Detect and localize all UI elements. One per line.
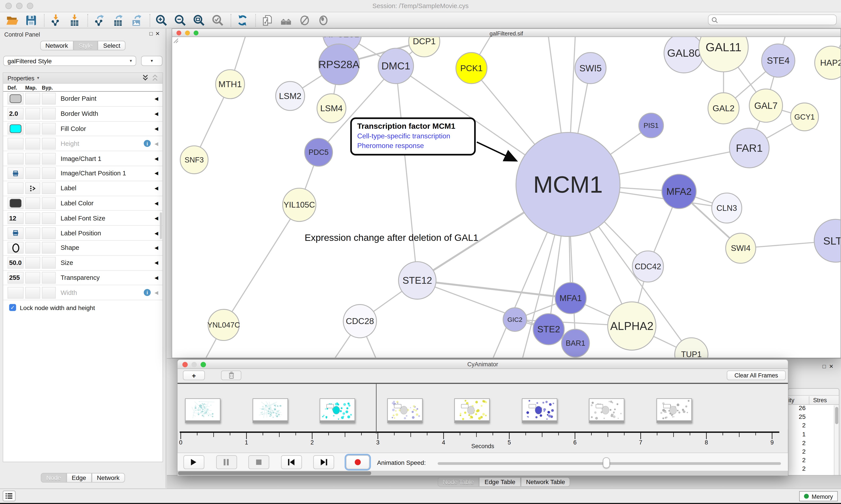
bypass-cell[interactable] [42,227,56,239]
default-value-cell[interactable] [7,197,23,209]
expand-row-icon[interactable]: ◀ [155,290,158,295]
tab-network[interactable]: Network [40,41,73,50]
cyanimator-titlebar[interactable]: CyAnimator [178,360,788,369]
expand-row-icon[interactable]: ◀ [155,171,158,176]
property-row-width[interactable]: Widthi◀ [3,286,162,300]
playhead[interactable] [376,384,377,434]
default-value-cell[interactable] [7,152,23,164]
dock-tab-edge-table[interactable]: Edge Table [479,477,521,487]
default-value-cell[interactable] [7,167,23,179]
style-selector[interactable]: galFiltered Style ▾ [3,56,136,66]
close-table-panel-icon[interactable]: ✕ [829,363,837,370]
float-panel-icon[interactable]: □ [149,31,155,37]
search-input[interactable] [718,17,836,23]
mapping-cell[interactable] [25,227,40,239]
table-row[interactable]: 26 [788,405,834,414]
default-value-cell[interactable] [7,182,23,194]
bypass-cell[interactable] [42,93,56,105]
table-row[interactable]: 2 [788,466,834,474]
export-network-icon[interactable] [92,13,106,27]
tab-select[interactable]: Select [98,41,126,50]
default-value-cell[interactable]: 2.0 [7,108,23,120]
network-node-ste2[interactable]: STE2 [533,314,564,345]
mapping-cell[interactable] [25,287,40,299]
properties-header[interactable]: Properties [7,75,34,81]
mapping-cell[interactable] [25,138,40,149]
import-table-icon[interactable] [68,13,82,27]
network-node-gal7[interactable]: GAL7 [749,89,783,122]
play-button[interactable] [183,455,204,469]
property-row-shape[interactable]: Shape◀ [3,241,162,256]
mapping-cell[interactable] [25,197,40,209]
annotation-link[interactable]: Pheromone response [357,141,469,150]
network-node-dcp1[interactable]: DCP1 [409,37,440,57]
network-node-dmc1[interactable]: DMC1 [378,48,414,84]
network-node-mfa2[interactable]: MFA2 [662,174,696,209]
network-node-lsm2[interactable]: LSM2 [276,82,305,110]
skip-end-button[interactable] [314,455,335,469]
resize-grip[interactable] [172,37,179,43]
mapping-cell[interactable] [25,123,40,134]
properties-scrollbar[interactable] [160,212,162,239]
default-value-cell[interactable] [7,93,23,105]
mapping-cell[interactable] [25,272,40,284]
browser-tab-node[interactable]: Node [41,473,66,483]
bypass-cell[interactable] [42,197,56,209]
save-icon[interactable] [24,13,38,27]
property-row-fill-color[interactable]: Fill Color◀ [3,122,162,137]
animation-frame-0[interactable] [185,398,220,423]
bypass-cell[interactable] [42,272,56,284]
default-value-cell[interactable]: 12 [7,212,23,224]
mapping-cell[interactable] [25,93,40,105]
clone-document-icon[interactable] [260,13,274,27]
network-node-ste4[interactable]: STE4 [762,44,795,77]
property-row-label-font-size[interactable]: 12Label Font Size◀ [3,211,162,226]
info-icon[interactable]: i [144,289,151,296]
table-row[interactable]: 2 [788,422,834,431]
network-node-hap2[interactable]: HAP2 [815,46,841,79]
show-panels-button[interactable] [3,491,16,501]
stop-button[interactable] [248,455,269,469]
expand-row-icon[interactable]: ◀ [155,201,158,206]
slider-thumb[interactable] [603,457,610,468]
table-row[interactable]: 2 [788,457,834,466]
table-column-header[interactable]: Stres [813,397,827,403]
collapse-all-icon[interactable] [152,74,158,82]
annotation-link[interactable]: Cell-type-specific transcription [357,131,469,141]
expand-row-icon[interactable]: ◀ [155,260,158,265]
network-node-cdc28[interactable]: CDC28 [343,305,376,338]
default-value-cell[interactable]: 255 [7,272,23,284]
default-value-cell[interactable] [7,287,23,299]
expand-row-icon[interactable]: ◀ [155,156,158,161]
bypass-cell[interactable] [42,287,56,299]
network-node-rps28a[interactable]: RPS28A [319,44,360,85]
property-row-border-width[interactable]: 2.0Border Width◀ [3,107,162,122]
network-node-gal80[interactable]: GAL80 [664,37,704,73]
network-node-pck1[interactable]: PCK1 [456,53,487,84]
lock-node-size-row[interactable]: ✓ Lock node width and height [3,300,162,311]
expand-row-icon[interactable]: ◀ [155,111,158,116]
mapping-cell[interactable] [25,182,40,194]
bypass-cell[interactable] [42,182,56,194]
expand-row-icon[interactable]: ◀ [155,141,158,146]
zoom-fit-icon[interactable] [192,13,206,27]
property-row-transparency[interactable]: 255Transparency◀ [3,271,162,286]
property-row-label-color[interactable]: Label Color◀ [3,196,162,211]
animator-scrollbar[interactable] [178,471,788,475]
tab-style[interactable]: Style [73,41,98,50]
animation-frame-7[interactable] [656,398,692,423]
network-node-bar1[interactable]: BAR1 [561,329,589,357]
default-value-cell[interactable] [7,227,23,239]
default-value-cell[interactable] [7,242,23,254]
bypass-cell[interactable] [42,123,56,134]
property-row-image-chart-1[interactable]: Image/Chart 1◀ [3,151,162,166]
bypass-cell[interactable] [42,167,56,179]
bypass-cell[interactable] [42,257,56,269]
network-node-far1[interactable]: FAR1 [730,128,769,168]
network-node-tup1[interactable]: TUP1 [675,338,708,358]
import-network-icon[interactable] [49,13,63,27]
network-node-snf3[interactable]: SNF3 [180,146,208,174]
expand-row-icon[interactable]: ◀ [155,186,158,191]
network-node-mfa1[interactable]: MFA1 [555,283,586,314]
zoom-out-icon[interactable] [173,13,187,27]
